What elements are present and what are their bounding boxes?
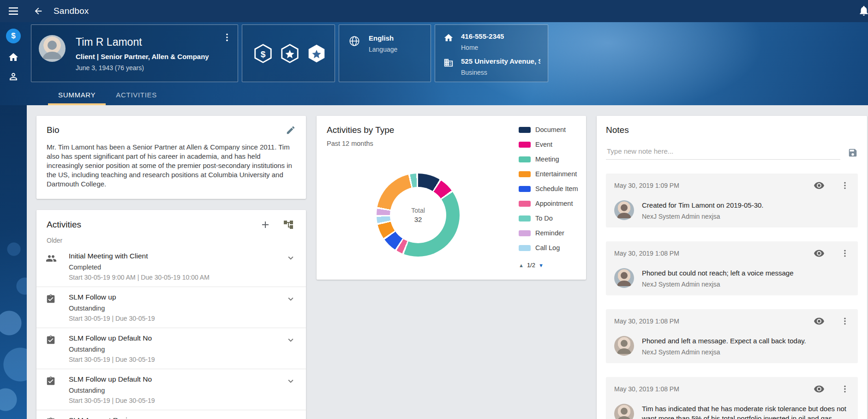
note-text: Tim has indicated that he has moderate r… [642,404,850,419]
notifications-bell-icon[interactable] [858,5,868,17]
language-card[interactable]: English Language [339,24,431,82]
legend-swatch [519,142,531,148]
legend-item: Reminder [519,226,583,240]
phone-row[interactable]: 416-555-2345 Home [443,32,548,51]
bio-text: Mr. Tim Lamont has been a Senior Partner… [47,143,296,189]
task-icon [46,293,69,322]
note-item: May 30, 2019 1:08 PM Phoned and left a m… [606,309,858,363]
activities-card: Activities Older Initial Meeting with Cl… [36,210,306,419]
note-overflow-menu-icon[interactable] [840,317,850,326]
contact-birthdate: June 3, 1943 (76 years) [76,64,222,72]
visibility-eye-icon[interactable] [814,248,825,259]
legend-label: Schedule Item [535,185,578,192]
address-row[interactable]: 525 University Avenue, S... Business [443,57,548,76]
activities-by-type-card: Activities by Type Past 12 months Total … [317,116,586,280]
activity-row[interactable]: SLM Follow up Default No Outstanding Sta… [36,369,306,410]
activity-status: Completed [69,263,286,271]
legend-swatch [519,171,531,177]
contacts-nav-icon[interactable] [8,71,19,82]
chevron-down-icon[interactable] [286,376,296,386]
legend-page-up-icon[interactable]: ▲ [519,263,524,268]
left-nav-rail: $ [0,22,27,419]
activity-row[interactable]: SLM Follow up Default No Outstanding Sta… [36,328,306,369]
home-nav-icon[interactable] [8,52,19,63]
note-author: NexJ System Admin nexjsa [642,348,806,356]
building-icon [443,58,454,76]
note-overflow-menu-icon[interactable] [840,384,850,394]
main-content: Bio Mr. Tim Lamont has been a Senior Par… [27,105,868,419]
finance-nav-icon[interactable]: $ [6,29,21,43]
legend-swatch [519,245,531,251]
hierarchy-view-icon[interactable] [283,219,294,230]
note-timestamp: May 30, 2019 1:08 PM [614,250,814,257]
notes-card: Notes May 30, 2019 1:09 PM [597,116,867,419]
address-value: 525 University Avenue, S... [461,57,540,65]
activity-row[interactable]: SLM Follow up Outstanding Start 30-05-19… [36,287,306,328]
activities-title: Activities [47,220,81,230]
note-overflow-menu-icon[interactable] [840,181,850,190]
activity-title: SLM Follow up Default No [69,375,286,383]
tab-bar: SUMMARY ACTIVITIES [48,86,167,105]
task-icon [46,334,69,363]
legend-label: Appointment [535,200,573,207]
back-arrow-icon[interactable] [33,6,43,16]
new-note-input[interactable] [606,144,840,160]
legend-swatch [519,230,531,236]
edit-pencil-icon[interactable] [286,125,296,135]
chevron-down-icon[interactable] [286,294,296,304]
tab-summary[interactable]: SUMMARY [48,86,106,105]
topbar: Sandbox [0,0,868,22]
note-text: Phoned and left a message. Expect a call… [642,336,806,346]
legend-swatch [519,127,531,133]
note-text: Phoned but could not reach; left a voice… [642,268,794,278]
legend-page-down-icon[interactable]: ▼ [539,263,544,268]
legend-pagination: ▲ 1/2 ▼ [519,262,544,269]
donut-chart: Total 32 [377,174,460,257]
contact-info-card: 416-555-2345 Home 525 University Avenue,… [435,24,548,82]
legend-item: Appointment [519,196,583,211]
hamburger-menu-icon[interactable] [0,7,27,15]
badges-card: $ [242,24,335,82]
note-author-avatar [614,336,634,356]
legend-swatch [519,156,531,162]
legend-item: Meeting [519,152,583,167]
legend-item: To Do [519,211,583,226]
activity-status: Outstanding [69,305,286,312]
chevron-down-icon[interactable] [286,335,296,345]
note-overflow-menu-icon[interactable] [840,249,850,258]
legend-label: Event [535,141,552,148]
phone-number: 416-555-2345 [461,32,504,40]
star-seal-badge-icon[interactable] [306,43,327,64]
legend-swatch [519,186,531,192]
star-hexagon-badge-icon[interactable] [279,43,300,64]
activity-row[interactable]: Initial Meeting with Client Completed St… [36,246,306,287]
chevron-down-icon[interactable] [286,253,296,263]
activity-title: SLM Follow up [69,293,286,301]
legend-item: Schedule Item [519,181,583,196]
legend-label: To Do [535,215,553,222]
activity-row[interactable]: SLM Account Review Outstanding Start 30-… [36,410,306,419]
visibility-eye-icon[interactable] [814,180,825,191]
tab-activities[interactable]: ACTIVITIES [106,86,167,105]
note-author-avatar [614,404,634,419]
visibility-eye-icon[interactable] [814,316,825,327]
visibility-eye-icon[interactable] [814,383,825,395]
note-timestamp: May 30, 2019 1:08 PM [614,385,814,393]
legend-page-indicator: 1/2 [527,262,535,269]
dollar-hexagon-badge-icon[interactable]: $ [252,43,274,64]
phone-label: Home [461,44,504,51]
add-activity-icon[interactable] [260,219,271,230]
save-note-icon[interactable] [848,148,858,160]
note-timestamp: May 30, 2019 1:09 PM [614,182,814,189]
activity-title: SLM Follow up Default No [69,334,286,342]
legend-item: Event [519,137,583,152]
note-item: May 30, 2019 1:09 PM Created for Tim Lam… [606,174,858,227]
legend-item [519,255,583,259]
profile-overflow-menu-icon[interactable] [222,32,232,42]
activity-status: Outstanding [69,387,286,394]
notes-title: Notes [606,125,858,135]
note-timestamp: May 30, 2019 1:08 PM [614,317,814,325]
activity-dates: Start 30-05-19 | Due 30-05-19 [69,397,286,404]
legend-label: Entertainment [535,170,577,178]
chevron-down-icon[interactable] [286,417,296,419]
